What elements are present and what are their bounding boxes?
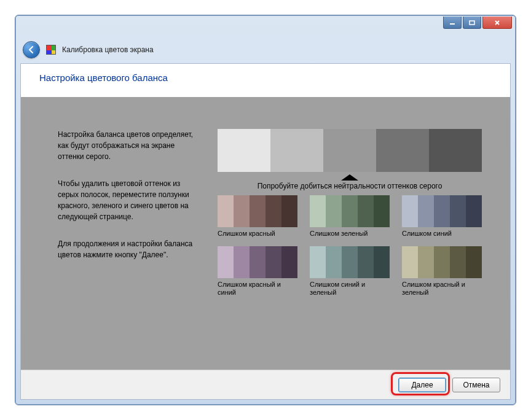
tint-swatch bbox=[234, 246, 250, 278]
tint-swatch bbox=[358, 246, 374, 278]
instruction-p2: Чтобы удалить цветовой оттенок из серых … bbox=[58, 178, 199, 222]
gray-swatch bbox=[323, 129, 376, 172]
tint-swatch bbox=[234, 195, 250, 227]
wizard-window: Калибровка цветов экрана Настройка цвето… bbox=[15, 15, 516, 405]
minimize-button[interactable] bbox=[443, 17, 462, 29]
tint-grid: Слишком красныйСлишком зеленыйСлишком си… bbox=[218, 195, 488, 297]
next-button[interactable]: Далее bbox=[398, 378, 446, 392]
tint-swatch bbox=[266, 246, 281, 278]
close-button[interactable] bbox=[482, 17, 512, 29]
tint-item: Слишком красный и синий bbox=[218, 246, 297, 297]
tint-swatch bbox=[466, 195, 482, 227]
nav-row: Калибровка цветов экрана bbox=[23, 41, 154, 58]
window-controls bbox=[443, 17, 512, 29]
tint-swatch bbox=[402, 195, 418, 227]
instructions: Настройка баланса цветов определяет, как… bbox=[58, 129, 199, 357]
tint-swatch bbox=[326, 195, 342, 227]
tint-swatch bbox=[466, 246, 482, 278]
neutral-gray-swatches bbox=[218, 129, 482, 172]
window-title: Калибровка цветов экрана bbox=[62, 45, 154, 54]
app-icon bbox=[46, 45, 56, 55]
tint-swatches bbox=[310, 195, 390, 227]
instruction-p1: Настройка баланса цветов определяет, как… bbox=[58, 129, 199, 162]
tint-swatch bbox=[374, 246, 390, 278]
tint-swatch bbox=[250, 246, 266, 278]
tint-swatch bbox=[250, 195, 266, 227]
tint-label: Слишком красный и синий bbox=[218, 281, 297, 297]
tint-swatch bbox=[342, 246, 358, 278]
tint-swatch bbox=[358, 195, 374, 227]
instruction-p3: Для продолжения и настройки баланса цвет… bbox=[58, 238, 199, 260]
tint-item: Слишком синий bbox=[402, 195, 482, 238]
tint-item: Слишком синий и зеленый bbox=[310, 246, 390, 297]
samples: Попробуйте добиться нейтральности оттенк… bbox=[218, 129, 492, 357]
tint-swatch bbox=[281, 195, 297, 227]
tint-swatch bbox=[310, 195, 326, 227]
tint-swatches bbox=[218, 246, 297, 278]
tint-label: Слишком красный bbox=[218, 230, 297, 238]
gray-swatch bbox=[270, 129, 323, 172]
back-button[interactable] bbox=[23, 41, 40, 58]
tint-swatch bbox=[418, 195, 434, 227]
tint-swatch bbox=[402, 246, 418, 278]
tint-swatch bbox=[326, 246, 342, 278]
tint-swatch bbox=[266, 195, 281, 227]
tint-swatches bbox=[218, 195, 297, 227]
tint-swatch bbox=[281, 246, 297, 278]
tint-swatch bbox=[218, 195, 234, 227]
gray-swatch bbox=[218, 129, 270, 172]
cancel-button[interactable]: Отмена bbox=[452, 378, 500, 392]
pointer-row bbox=[218, 174, 482, 181]
tint-label: Слишком синий bbox=[402, 230, 482, 238]
tint-swatch bbox=[434, 246, 450, 278]
footer: Далее Отмена bbox=[21, 370, 510, 399]
tint-label: Слишком красный и зеленый bbox=[402, 281, 482, 297]
tint-swatch bbox=[342, 195, 358, 227]
tint-swatch bbox=[418, 246, 434, 278]
tint-swatches bbox=[402, 246, 482, 278]
neutral-label: Попробуйте добиться нейтральности оттенк… bbox=[218, 182, 482, 190]
tint-swatch bbox=[310, 246, 326, 278]
client-area: Настройка цветового баланса Настройка ба… bbox=[20, 63, 511, 400]
tint-label: Слишком зеленый bbox=[310, 230, 390, 238]
page-header: Настройка цветового баланса bbox=[21, 64, 510, 90]
tint-item: Слишком зеленый bbox=[310, 195, 390, 238]
gray-swatch bbox=[429, 129, 482, 172]
gray-swatch bbox=[376, 129, 429, 172]
content-area: Настройка баланса цветов определяет, как… bbox=[21, 97, 510, 370]
tint-swatch bbox=[374, 195, 390, 227]
tint-item: Слишком красный и зеленый bbox=[402, 246, 482, 297]
page-heading: Настройка цветового баланса bbox=[39, 72, 492, 83]
tint-swatches bbox=[402, 195, 482, 227]
tint-swatch bbox=[218, 246, 234, 278]
tint-label: Слишком синий и зеленый bbox=[310, 281, 390, 297]
pointer-up-icon bbox=[341, 174, 358, 181]
svg-rect-1 bbox=[470, 21, 474, 25]
tint-item: Слишком красный bbox=[218, 195, 297, 238]
tint-swatch bbox=[450, 246, 466, 278]
tint-swatches bbox=[310, 246, 390, 278]
maximize-button[interactable] bbox=[463, 17, 481, 29]
tint-swatch bbox=[450, 195, 466, 227]
tint-swatch bbox=[434, 195, 450, 227]
